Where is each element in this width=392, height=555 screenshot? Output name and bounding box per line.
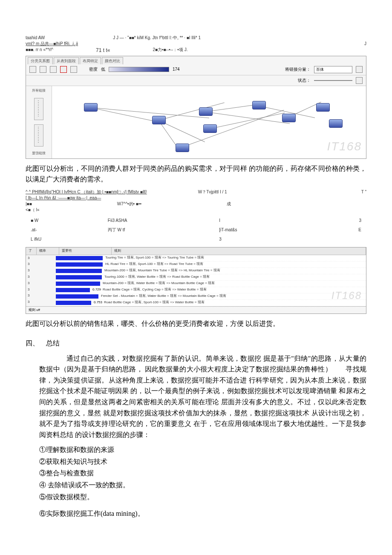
importance-bar: [56, 288, 90, 292]
cell: [104, 235, 214, 244]
tab-2[interactable]: 从表到面段: [54, 57, 79, 64]
table-row: .at- 丙丁 W tf [iT-mat&s E: [26, 226, 366, 234]
panel-body: 所有链接 显强链接: [26, 86, 366, 158]
edge: [159, 102, 225, 120]
importance-bar: [56, 256, 103, 260]
rules-bars: Touring Tire = 现有, Sport-100 = 现有 => Tou…: [56, 255, 366, 306]
link-quantity-select[interactable]: 百体: [314, 66, 352, 73]
edge: [90, 107, 157, 122]
g-r3b: 71 t t«: [96, 47, 110, 54]
graph-node[interactable]: [152, 116, 166, 124]
rule-text: Touring-1000 = 现有, Water Bottle = 现有 => …: [104, 274, 210, 280]
graph-node[interactable]: [252, 101, 266, 109]
graph-node[interactable]: [282, 114, 296, 122]
zoom-out-icon[interactable]: [40, 66, 46, 73]
panel-toolbar: 密度 低 174 将链接分量： 百体: [26, 64, 366, 75]
importance-bar: [56, 262, 103, 267]
panel-toolbar-2: 状态：: [26, 75, 366, 86]
edge: [205, 112, 290, 124]
mid-table: ■ W Fii3 ASHA I 3 .at- 丙丁 W tf [iT-mat&s…: [26, 216, 366, 244]
cell: 丙丁 W tf: [104, 226, 214, 234]
table-row: L ifkU 3: [26, 235, 366, 244]
col-prob[interactable]: 概率: [37, 247, 59, 255]
prob-val: 3: [26, 287, 56, 293]
tab-3[interactable]: 布局特定: [80, 57, 101, 64]
g-r2b: J: [364, 41, 366, 47]
cell: 3: [320, 216, 366, 225]
panel-left-controls: 所有链接 显强链接: [26, 86, 52, 158]
rule-text: Mountain-200 = 现有, Mountain Tire Tube = …: [104, 268, 220, 273]
zoom-in-icon[interactable]: [29, 66, 36, 73]
cell: [iT-mat&s: [215, 226, 320, 234]
importance-bar: [56, 294, 98, 299]
watermark: IT168: [331, 288, 362, 304]
cell: E: [320, 226, 366, 234]
prob-val: 3: [26, 274, 56, 280]
density-label: 密度: [89, 66, 98, 73]
rule-row: Mountain-200 = 现有, Mountain Tire Tube = …: [56, 268, 366, 274]
gm-r1a: ^ ^ PHIfMi@q"HOI I IvfHcn C （itait）加·| •…: [26, 189, 147, 195]
prob-val: 3: [26, 293, 56, 299]
prob-val: 3: [26, 255, 56, 262]
cell: Fii3 ASHA: [104, 216, 214, 225]
rule-row: Mountain-200 = 现有, Water Bottle = 现有 => …: [56, 281, 366, 287]
step-3: ③整合与检查数据: [39, 468, 366, 479]
prob-val: 3: [26, 261, 56, 267]
paragraph-3: 通过自己的实践，对数据挖掘有了新的认识。简单来说，数据挖 掘是基于"归纳"的思路…: [39, 353, 366, 440]
col-rule[interactable]: 规则: [112, 247, 366, 255]
dd2-label: 状态：: [298, 77, 311, 84]
network-canvas[interactable]: IT168: [52, 86, 366, 158]
rule-text: Road Bottle Cage = 现有, Cycling Cap = 现有 …: [103, 287, 207, 293]
tab-1[interactable]: 分类关系图: [28, 57, 53, 64]
tab-4[interactable]: 颜色对比: [102, 57, 123, 64]
status-select[interactable]: [314, 80, 352, 81]
find-icon[interactable]: [70, 66, 77, 73]
rule-row: Touring-1000 = 现有, Water Bottle = 现有 => …: [56, 274, 366, 281]
dropdown-chevron-icon[interactable]: [356, 66, 363, 73]
link-slider-1[interactable]: [34, 98, 43, 120]
rule-text: Fender Set - Mountain = 现有, Water Bottle…: [101, 293, 226, 299]
graph-node[interactable]: [199, 107, 213, 116]
cell: .at-: [26, 226, 103, 234]
gm-r1c: T ": [361, 189, 366, 195]
link-slider-2[interactable]: [34, 124, 43, 147]
gm-r1b: W？Tvjpittl I / 1: [198, 189, 227, 195]
importance-bar: [56, 275, 102, 279]
dropdown-chevron-icon[interactable]: [356, 77, 363, 84]
graph-node[interactable]: [329, 119, 343, 128]
left-label-1: 所有链接: [32, 88, 46, 94]
gm-r2a: [ Ib—L In i%n &I ·——■qw ita—·| .eaa—: [26, 195, 366, 201]
rule-text: Road Bottle Cage = 现有, Sport-100 = 现有 =>…: [104, 300, 205, 305]
rules-footer: 规则 uff: [26, 306, 366, 314]
section-4-title: 四、 总结: [26, 338, 366, 349]
step-4: ④ 去除错误或不一致的数据。: [39, 480, 366, 491]
paragraph-2: 此图可以分析以前的销售结果，哪类、什么价格的更受消费者欢迎，方便 以后进货。: [26, 318, 366, 329]
gradient-bar: [109, 67, 169, 72]
bar-value-label: 0.729: [92, 287, 101, 293]
rules-body: 3 3 3 3 3 3 3 3 Touring Tire = 现有, Sport…: [26, 255, 366, 306]
rules-header: 了 概率 重要性 规则: [26, 247, 366, 255]
gradient-min: 低: [101, 66, 105, 73]
graph-node[interactable]: [316, 103, 330, 112]
col-flag[interactable]: 了: [26, 247, 37, 255]
cell: I: [215, 216, 320, 225]
gm-r3b: W7^^•的• ■••: [117, 201, 141, 207]
fit-icon[interactable]: [50, 66, 57, 73]
panel-tabs: 分类关系图 从表到面段 布局特定 颜色对比: [26, 56, 366, 64]
garbled-mid: ^ ^ PHIfMi@q"HOI I IvfHcn C （itait）加·| •…: [26, 189, 366, 213]
graph-node[interactable]: [203, 124, 217, 133]
graph-node[interactable]: [176, 144, 189, 152]
edge: [210, 112, 285, 129]
gm-r3c: 成: [227, 201, 231, 207]
prob-val: 3: [26, 299, 56, 305]
rule-text: Mountain-200 = 现有, Water Bottle = 现有 => …: [103, 281, 215, 286]
dd1-label: 将链接分量：: [285, 66, 311, 73]
paragraph-1: 此图可以分析出，不同的消费人群对于同类的药品的购买需求，对于同样 的功能的药，药…: [26, 163, 366, 185]
rule-row: HL Road Tire = 现有, Sport-100 = 现有 => Roa…: [56, 262, 366, 268]
graph-node[interactable]: [84, 103, 98, 112]
col-importance[interactable]: 重要性: [59, 247, 112, 255]
garbled-top: taahid AW J J — · "■■* kiM Kg. Jtn f^btt…: [26, 35, 366, 54]
gm-r4: <■（ l«: [26, 207, 366, 213]
importance-bar: [56, 282, 100, 286]
expand-icon[interactable]: [60, 66, 67, 73]
